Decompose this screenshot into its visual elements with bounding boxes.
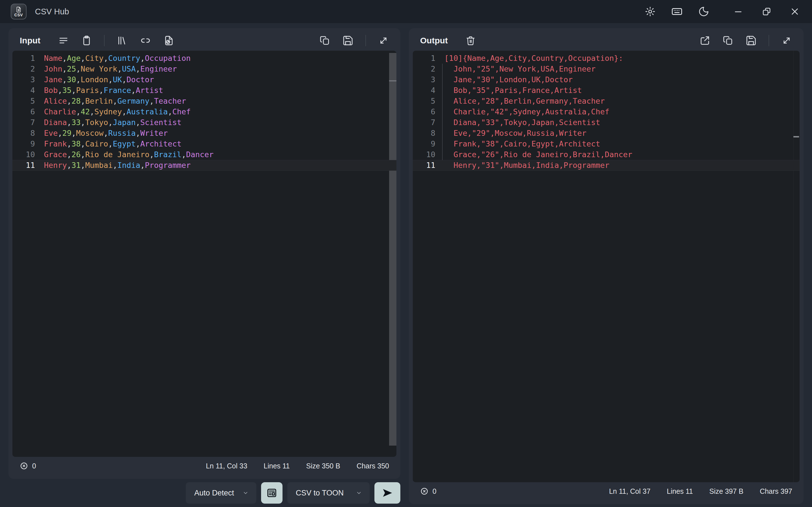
copy-input-icon[interactable] [319,35,331,46]
code-line[interactable]: 5Alice,28,Berlin,Germany,Teacher [12,96,396,107]
csv-field: Charlie [44,107,76,116]
csv-field: Japan [113,118,136,127]
toolbar-divider [104,35,105,46]
chevron-down-icon [355,489,363,497]
code-line[interactable]: 8Eve,29,Moscow,Russia,Writer [12,128,396,138]
toolbar-divider [769,35,769,46]
format-select[interactable]: Auto Detect [186,482,256,504]
csv-field: Country [108,54,140,62]
minimize-icon[interactable] [733,6,744,17]
share-output-icon[interactable] [699,35,711,46]
copy-output-icon[interactable] [722,35,733,46]
line-number: 10 [12,149,35,160]
csv-field: Doctor [126,75,154,84]
line-number: 4 [12,85,35,96]
csv-field: New York [81,64,117,73]
format-select-value: Auto Detect [194,489,234,497]
code-text: Eve,29,Moscow,Russia,Writer [44,128,168,138]
sample-text-icon[interactable] [58,35,69,46]
expand-input-icon[interactable] [378,35,389,46]
csv-comma: , [81,150,85,159]
code-text: Bob,"35",Paris,France,Artist [444,85,582,96]
code-line[interactable]: 2John,25,New York,USA,Engineer [12,64,396,74]
code-line[interactable]: 2 John,"25",New York,USA,Engineer [413,64,800,74]
code-line[interactable]: 7Diana,33,Tokyo,Japan,Scientist [12,117,396,128]
open-file-icon[interactable] [163,35,174,46]
csv-comma: , [67,118,71,127]
csv-comma: , [140,54,145,62]
csv-field: Scientist [140,118,181,127]
csv-field: 25 [67,64,76,73]
save-input-icon[interactable] [342,35,354,46]
csv-field: Jane [44,75,62,84]
csv-field: Name [44,54,62,62]
code-text: Henry,31,Mumbai,India,Programmer [44,160,191,171]
csv-comma: , [113,97,117,105]
csv-comma: , [67,139,71,148]
save-output-icon[interactable] [746,35,757,46]
code-line[interactable]: 4 Bob,"35",Paris,France,Artist [413,85,800,96]
settings-gear-icon[interactable] [645,6,656,17]
csv-comma: , [62,54,67,62]
line-number: 2 [413,64,435,74]
maximize-restore-icon[interactable] [761,6,772,17]
code-line[interactable]: 11 Henry,"31",Mumbai,India,Programmer [413,160,800,171]
code-line[interactable]: 6 Charlie,"42",Sydney,Australia,Chef [413,107,800,117]
csv-comma: , [67,97,71,105]
csv-field: Germany [117,97,149,105]
csv-field: Russia [108,129,136,137]
code-line[interactable]: 10Grace,26,Rio de Janeiro,Brazil,Dancer [12,149,396,160]
line-number: 6 [12,107,35,117]
code-text: Grace,"26",Rio de Janeiro,Brazil,Dancer [444,149,632,160]
theme-moon-icon[interactable] [698,6,709,17]
input-editor[interactable]: 1Name,Age,City,Country,Occupation2John,2… [12,51,396,457]
output-status-bar: 0 Ln 11, Col 37 Lines 11 Size 397 B Char… [413,482,800,500]
code-line[interactable]: 5 Alice,"28",Berlin,Germany,Teacher [413,96,800,107]
output-editor[interactable]: 1[10]{Name,Age,City,Country,Occupation}:… [413,51,800,482]
code-text: John,25,New York,USA,Engineer [44,64,177,74]
output-error-value: 0 [433,487,437,496]
code-line[interactable]: 6Charlie,42,Sydney,Australia,Chef [12,107,396,117]
keyboard-icon[interactable] [671,6,683,17]
code-line[interactable]: 10 Grace,"26",Rio de Janeiro,Brazil,Danc… [413,149,800,160]
convert-send-button[interactable] [374,482,400,504]
code-line[interactable]: 9Frank,38,Cairo,Egypt,Architect [12,138,396,149]
csv-field: Berlin [85,97,113,105]
code-line[interactable]: 1[10]{Name,Age,City,Country,Occupation}: [413,53,800,64]
csv-field: 29 [62,129,71,137]
csv-comma: , [71,86,76,95]
csv-comma: , [71,129,76,137]
expand-output-icon[interactable] [781,35,792,46]
csv-field: John [44,64,62,73]
input-line-count: Lines 11 [264,462,290,470]
code-line[interactable]: 3Jane,30,London,UK,Doctor [12,74,396,85]
code-line[interactable]: 3 Jane,"30",London,UK,Doctor [413,74,800,85]
csv-comma: , [140,161,145,170]
close-icon[interactable] [790,6,800,17]
paste-clipboard-icon[interactable] [81,35,92,46]
library-icon[interactable] [116,35,128,46]
code-line[interactable]: 11Henry,31,Mumbai,India,Programmer [12,160,396,171]
output-line-count: Lines 11 [667,487,693,496]
line-number: 2 [12,64,35,74]
csv-field: India [117,161,140,170]
code-line[interactable]: 7 Diana,"33",Tokyo,Japan,Scientist [413,117,800,128]
csv-field: Moscow [76,129,104,137]
code-line[interactable]: 1Name,Age,City,Country,Occupation [12,53,396,64]
line-number: 3 [12,74,35,85]
csv-comma: , [81,161,85,170]
output-toolbar: Output [413,32,800,49]
code-line[interactable]: 9 Frank,"38",Cairo,Egypt,Architect [413,138,800,149]
clear-trash-icon[interactable] [465,35,476,46]
link-icon[interactable] [140,35,151,47]
conversion-select[interactable]: CSV to TOON [287,482,370,504]
csv-field: 42 [81,107,90,116]
code-line[interactable]: 4Bob,35,Paris,France,Artist [12,85,396,96]
line-number: 1 [12,53,35,64]
code-line[interactable]: 8 Eve,"29",Moscow,Russia,Writer [413,128,800,138]
send-icon [381,487,394,499]
code-text: [10]{Name,Age,City,Country,Occupation}: [444,53,623,64]
csv-field: 26 [71,150,81,159]
layout-options-button[interactable] [261,482,283,504]
csv-field: 31 [71,161,81,170]
